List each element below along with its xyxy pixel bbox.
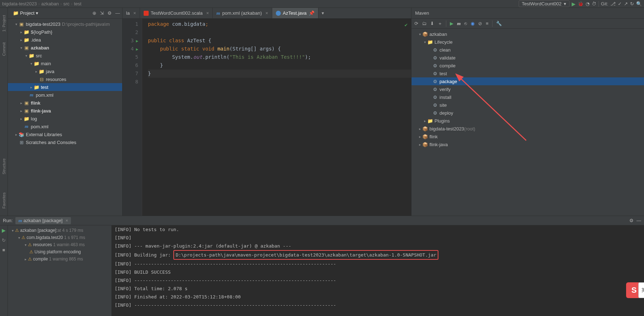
tree-node[interactable]: ▸📁java bbox=[8, 67, 122, 75]
code-content[interactable]: ✔ package com.bigdata; public class AzTe… bbox=[142, 19, 411, 216]
maven-module[interactable]: ▸📦flink-java bbox=[412, 140, 644, 148]
download-icon[interactable]: ⬇ bbox=[430, 21, 434, 26]
run-tree[interactable]: ▾⚠ azkaban [package]: at 4 s 179 ms ▾⚠ c… bbox=[8, 225, 112, 316]
tree-node-azkaban[interactable]: ▾▣azkaban bbox=[8, 44, 122, 52]
rerun-icon[interactable]: ▶ bbox=[2, 228, 6, 233]
maven-module[interactable]: ▸📦flink bbox=[412, 133, 644, 140]
editor-tab-active[interactable]: AzTest.java📌 bbox=[272, 8, 318, 18]
tree-node[interactable]: mpom.xml bbox=[8, 91, 122, 99]
expand-all-icon[interactable]: ⇲ bbox=[100, 10, 104, 16]
git-update-icon[interactable]: ↻ bbox=[630, 1, 634, 6]
git-push-icon[interactable]: ↗ bbox=[624, 1, 628, 6]
project-tool-tab[interactable]: 1: Project bbox=[2, 15, 6, 32]
maven-goal[interactable]: ⚙clean bbox=[412, 46, 644, 54]
editor-tab[interactable]: TestWordCount002.scala× bbox=[140, 8, 213, 18]
module-icon: ▣ bbox=[24, 108, 29, 114]
tree-root[interactable]: ▾▣bigdata-test2023D:\projects-path\java\… bbox=[8, 20, 122, 28]
run-gutter-icon[interactable]: ▶ bbox=[136, 39, 138, 43]
gear-icon[interactable]: ⚙ bbox=[107, 10, 112, 16]
breadcrumb-item[interactable]: src bbox=[63, 1, 69, 6]
run-console[interactable]: [INFO] No tests to run.[INFO][INFO] --- … bbox=[112, 225, 644, 316]
gear-icon[interactable]: ⚙ bbox=[629, 218, 634, 223]
maven-goal[interactable]: ⚙compile bbox=[412, 62, 644, 70]
run-tree-root[interactable]: ▾⚠ azkaban [package]: at 4 s 179 ms bbox=[8, 227, 111, 234]
breadcrumb-item[interactable]: bigdata-test2023 bbox=[2, 1, 37, 6]
editor-gutter: 1 2 3▶ 4▶ 5 6 7 8 bbox=[122, 19, 142, 216]
close-icon[interactable]: × bbox=[206, 10, 209, 16]
editor-tab[interactable]: la× bbox=[122, 8, 140, 18]
more-tabs-icon[interactable]: ▾ bbox=[318, 8, 327, 18]
breadcrumb-item[interactable]: azkaban bbox=[41, 1, 59, 6]
settings-icon[interactable]: 🔧 bbox=[496, 21, 502, 26]
run-gutter-icon[interactable]: ▶ bbox=[136, 47, 138, 52]
collapse-icon[interactable]: ≡ bbox=[486, 21, 489, 26]
tree-node[interactable]: ▸▣flink bbox=[8, 99, 122, 107]
folder-icon: 📁 bbox=[24, 116, 29, 121]
run-tree-node[interactable]: ▾⚠ resources 1 warnin 463 ms bbox=[8, 241, 111, 248]
reload-icon[interactable]: ⟳ bbox=[414, 21, 418, 26]
toggle-offline-icon[interactable]: ⎋ bbox=[464, 21, 467, 26]
coverage-button[interactable]: ◔ bbox=[586, 1, 590, 6]
project-view-selector[interactable]: 📁 Project ▾ bbox=[10, 10, 41, 16]
profile-button[interactable]: ⏱ bbox=[592, 1, 596, 6]
maven-goal[interactable]: ⚙site bbox=[412, 101, 644, 109]
run-tree-node[interactable]: ▸⚠ compile 1 warning 865 ms bbox=[8, 255, 111, 263]
gear-icon: ⚙ bbox=[432, 55, 438, 61]
skip-tests-icon[interactable]: ⊘ bbox=[478, 21, 482, 26]
maven-m-icon[interactable]: m bbox=[457, 21, 461, 27]
tree-node-test[interactable]: ▸📁test bbox=[8, 83, 122, 91]
structure-tool-tab[interactable]: Structure bbox=[2, 158, 6, 174]
inspection-ok-icon[interactable]: ✔ bbox=[405, 21, 408, 29]
hide-icon[interactable]: — bbox=[115, 10, 120, 16]
generate-sources-icon[interactable]: 🗂 bbox=[422, 21, 427, 26]
cycle-icon[interactable]: ◉ bbox=[471, 21, 475, 26]
tree-node[interactable]: ⊟resources bbox=[8, 75, 122, 83]
tree-node[interactable]: ▸📁.idea bbox=[8, 36, 122, 44]
close-icon[interactable]: × bbox=[66, 218, 68, 223]
maven-module[interactable]: ▾📦azkaban bbox=[412, 30, 644, 38]
maven-goal-package[interactable]: ⚙package bbox=[412, 77, 644, 85]
tree-node[interactable]: ▸📁log bbox=[8, 115, 122, 123]
tree-external-libs[interactable]: ▸📚External Libraries bbox=[8, 130, 122, 138]
pin-icon[interactable]: 📌 bbox=[309, 10, 314, 16]
stop-icon[interactable]: ■ bbox=[3, 247, 5, 253]
ime-lang[interactable]: 英 bbox=[638, 282, 644, 298]
maven-plugins[interactable]: ▸📁Plugins bbox=[412, 117, 644, 125]
commit-tool-tab[interactable]: Commit bbox=[2, 42, 6, 56]
run-config-selector[interactable]: TestWordCount002 ▾ bbox=[519, 0, 569, 7]
project-tree[interactable]: ▾▣bigdata-test2023D:\projects-path\java\… bbox=[8, 19, 122, 216]
code-editor[interactable]: 1 2 3▶ 4▶ 5 6 7 8 ✔ package com.bigdata;… bbox=[122, 19, 411, 216]
maven-tree[interactable]: ▾📦azkaban ▾📁Lifecycle ⚙clean ⚙validate ⚙… bbox=[412, 29, 644, 216]
run-tree-leaf[interactable]: ⚠ Using platform encoding bbox=[8, 248, 111, 255]
stop-icon[interactable]: ↻ bbox=[2, 238, 6, 243]
hide-icon[interactable]: — bbox=[636, 218, 641, 223]
tree-node[interactable]: mpom.xml bbox=[8, 123, 122, 130]
maven-module[interactable]: ▸📦bigdata-test2023 (root) bbox=[412, 125, 644, 133]
tree-scratches[interactable]: ⊞Scratches and Consoles bbox=[8, 138, 122, 146]
locate-icon[interactable]: ⊕ bbox=[92, 10, 96, 16]
tree-node[interactable]: ▾📁main bbox=[8, 59, 122, 67]
git-branch-icon[interactable]: ⎇ bbox=[610, 1, 616, 6]
favorites-tool-tab[interactable]: Favorites bbox=[2, 192, 6, 209]
close-icon[interactable]: × bbox=[265, 10, 268, 16]
run-tree-node[interactable]: ▾⚠ com.bigdata.test20 1 s 971 ms bbox=[8, 234, 111, 241]
tree-node[interactable]: ▾📁src bbox=[8, 52, 122, 59]
run-maven-icon[interactable]: ▶ bbox=[450, 21, 453, 26]
maven-goal[interactable]: ⚙deploy bbox=[412, 109, 644, 117]
breadcrumb-item[interactable]: test bbox=[74, 1, 81, 6]
maven-lifecycle[interactable]: ▾📁Lifecycle bbox=[412, 38, 644, 46]
editor-tab[interactable]: mpom.xml (azkaban)× bbox=[213, 8, 272, 18]
maven-goal[interactable]: ⚙test bbox=[412, 70, 644, 77]
run-button[interactable]: ▶ bbox=[572, 1, 576, 7]
git-commit-icon[interactable]: ✓ bbox=[618, 1, 622, 6]
maven-goal[interactable]: ⚙install bbox=[412, 93, 644, 101]
search-icon[interactable]: 🔍 bbox=[636, 1, 642, 6]
add-icon[interactable]: ＋ bbox=[438, 20, 442, 27]
maven-goal[interactable]: ⚙validate bbox=[412, 54, 644, 62]
maven-goal[interactable]: ⚙verify bbox=[412, 85, 644, 93]
tree-node[interactable]: ▸▣flink-java bbox=[8, 107, 122, 115]
close-icon[interactable]: × bbox=[133, 10, 136, 16]
debug-button[interactable]: 🐞 bbox=[578, 1, 583, 6]
run-tab[interactable]: m azkaban [package] × bbox=[15, 217, 71, 224]
tree-node[interactable]: ▸📁${logPath} bbox=[8, 28, 122, 36]
